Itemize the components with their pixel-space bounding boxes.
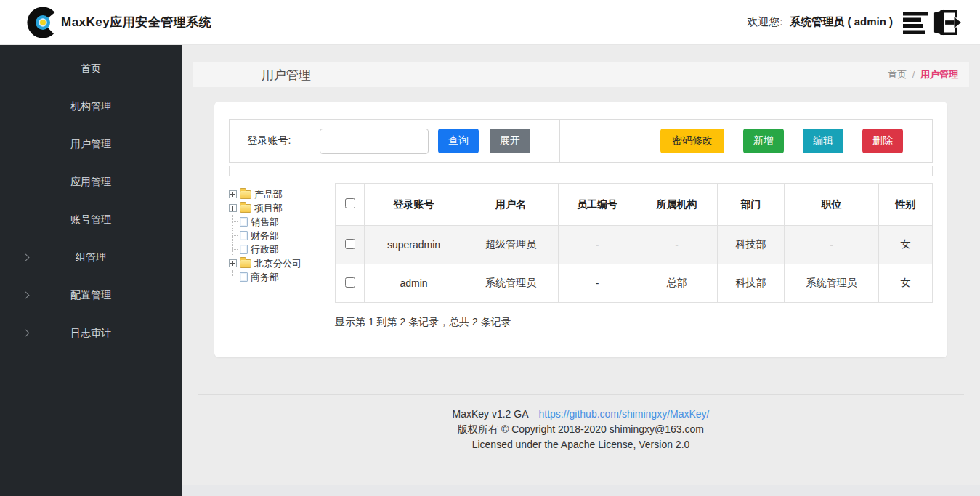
column-header-login: 登录账号 — [365, 184, 463, 226]
sidebar-item-label: 机构管理 — [70, 100, 111, 112]
cell-organization: 总部 — [636, 264, 718, 303]
file-icon — [240, 245, 248, 254]
breadcrumb: 首页 / 用户管理 — [888, 68, 958, 81]
add-button[interactable]: 新增 — [743, 129, 784, 153]
tree-node-label[interactable]: 产品部 — [254, 188, 283, 201]
tree-node-label[interactable]: 商务部 — [251, 271, 279, 284]
cell-position: - — [785, 226, 879, 264]
current-user: 系统管理员 ( admin ) — [790, 15, 893, 29]
sidebar-item-user-mgmt[interactable]: 用户管理 — [0, 125, 182, 163]
tree-node[interactable]: 财务部 — [229, 229, 335, 243]
folder-icon — [240, 190, 251, 199]
file-icon — [240, 217, 248, 227]
select-all-checkbox[interactable] — [345, 198, 355, 208]
sidebar-item-config-mgmt[interactable]: 配置管理 — [0, 276, 182, 314]
expand-plus-icon[interactable] — [229, 190, 237, 198]
sidebar-item-account-mgmt[interactable]: 账号管理 — [0, 200, 182, 238]
footer-version: MaxKey v1.2 GA — [452, 408, 528, 420]
footer-copyright: 版权所有 © Copyright 2018-2020 shimingxy@163… — [182, 422, 980, 437]
users-table: 登录账号 用户名 员工编号 所属机构 部门 职位 性别 superadmin — [335, 183, 933, 303]
query-button[interactable]: 查询 — [438, 129, 479, 153]
tree-node[interactable]: 商务部 — [229, 270, 335, 284]
page-title: 用户管理 — [262, 67, 311, 84]
tree-node[interactable]: 销售部 — [229, 215, 335, 229]
row-select-cell — [336, 264, 365, 303]
tree-node-label[interactable]: 财务部 — [251, 229, 279, 243]
github-link[interactable]: https://github.com/shimingxy/MaxKey/ — [539, 408, 710, 420]
tree-connector — [229, 229, 238, 243]
tree-node-label[interactable]: 销售部 — [251, 216, 279, 229]
tree-connector — [229, 270, 238, 284]
cell-username: 超级管理员 — [463, 226, 559, 264]
delete-button[interactable]: 删除 — [862, 129, 903, 153]
file-icon — [240, 231, 248, 240]
table-row[interactable]: admin 系统管理员 - 总部 科技部 系统管理员 女 — [336, 264, 933, 303]
main-row: 产品部 项目部 销售部 财务部 — [229, 183, 933, 329]
column-header-gender: 性别 — [879, 184, 933, 226]
bottom-strip — [182, 485, 980, 496]
chevron-right-icon — [23, 330, 30, 337]
advanced-search-panel — [229, 166, 933, 176]
sidebar-item-home[interactable]: 首页 — [0, 49, 182, 87]
sidebar-item-org-mgmt[interactable]: 机构管理 — [0, 87, 182, 125]
sidebar-item-app-mgmt[interactable]: 应用管理 — [0, 163, 182, 200]
tree-node[interactable]: 项目部 — [229, 201, 335, 215]
cell-gender: 女 — [879, 226, 933, 264]
search-label: 登录账号: — [230, 120, 309, 162]
breadcrumb-separator: / — [912, 69, 915, 80]
search-toolbar: 登录账号: 查询 展开 密码修改 新增 编辑 删除 — [229, 119, 933, 163]
tree-node-label[interactable]: 项目部 — [254, 202, 283, 215]
edit-button[interactable]: 编辑 — [803, 129, 843, 153]
top-header: MaxKey应用安全管理系统 欢迎您: 系统管理员 ( admin ) — [0, 0, 980, 45]
chevron-right-icon — [23, 254, 30, 261]
cell-login: admin — [365, 264, 463, 303]
row-checkbox[interactable] — [345, 277, 355, 288]
cell-department: 科技部 — [718, 226, 785, 264]
tree-node-label[interactable]: 北京分公司 — [254, 257, 301, 270]
user-management-card: 登录账号: 查询 展开 密码修改 新增 编辑 删除 产品部 — [214, 102, 947, 357]
list-icon[interactable] — [903, 11, 929, 34]
sidebar-item-group-mgmt[interactable]: 组管理 — [0, 238, 182, 276]
chevron-right-icon — [23, 292, 30, 299]
sidebar-item-log-audit[interactable]: 日志审计 — [0, 314, 182, 351]
tree-node[interactable]: 产品部 — [229, 187, 335, 201]
logout-icon[interactable] — [932, 9, 961, 36]
brand: MaxKey应用安全管理系统 — [26, 6, 211, 39]
cell-username: 系统管理员 — [463, 264, 559, 303]
tree-connector — [229, 215, 238, 229]
action-buttons: 密码修改 新增 编辑 删除 — [560, 120, 932, 162]
search-controls: 查询 展开 — [309, 120, 560, 162]
welcome-label: 欢迎您: — [747, 15, 782, 29]
cell-gender: 女 — [879, 264, 933, 303]
page-footer: MaxKey v1.2 GAhttps://github.com/shiming… — [182, 407, 980, 452]
change-password-button[interactable]: 密码修改 — [660, 129, 724, 153]
cell-employee-no: - — [559, 264, 636, 303]
main-content: 用户管理 首页 / 用户管理 登录账号: 查询 展开 密码修改 新增 编辑 删除 — [182, 45, 980, 496]
sidebar-item-label: 配置管理 — [70, 289, 111, 301]
breadcrumb-home-link[interactable]: 首页 — [888, 69, 907, 80]
select-all-cell — [336, 184, 365, 226]
expand-button[interactable]: 展开 — [490, 129, 530, 153]
footer-divider — [198, 394, 964, 395]
tree-node[interactable]: 行政部 — [229, 243, 335, 256]
login-account-input[interactable] — [320, 129, 429, 154]
maxkey-logo-icon — [26, 6, 60, 39]
org-tree: 产品部 项目部 销售部 财务部 — [229, 183, 335, 329]
breadcrumb-current: 用户管理 — [920, 69, 958, 80]
sidebar-item-label: 应用管理 — [70, 176, 111, 187]
sidebar-item-label: 日志审计 — [70, 327, 111, 338]
table-row[interactable]: superadmin 超级管理员 - - 科技部 - 女 — [336, 226, 933, 264]
footer-line-version: MaxKey v1.2 GAhttps://github.com/shiming… — [182, 407, 980, 422]
column-header-organization: 所属机构 — [636, 184, 718, 226]
header-right: 欢迎您: 系统管理员 ( admin ) — [747, 9, 961, 36]
app-title: MaxKey应用安全管理系统 — [61, 14, 211, 31]
expand-plus-icon[interactable] — [229, 259, 237, 267]
cell-organization: - — [636, 226, 718, 264]
file-icon — [240, 272, 248, 282]
tree-node-label[interactable]: 行政部 — [251, 243, 279, 256]
row-checkbox[interactable] — [345, 239, 355, 249]
cell-position: 系统管理员 — [785, 264, 879, 303]
tree-node[interactable]: 北京分公司 — [229, 256, 335, 270]
expand-plus-icon[interactable] — [229, 204, 237, 212]
folder-icon — [240, 204, 251, 213]
